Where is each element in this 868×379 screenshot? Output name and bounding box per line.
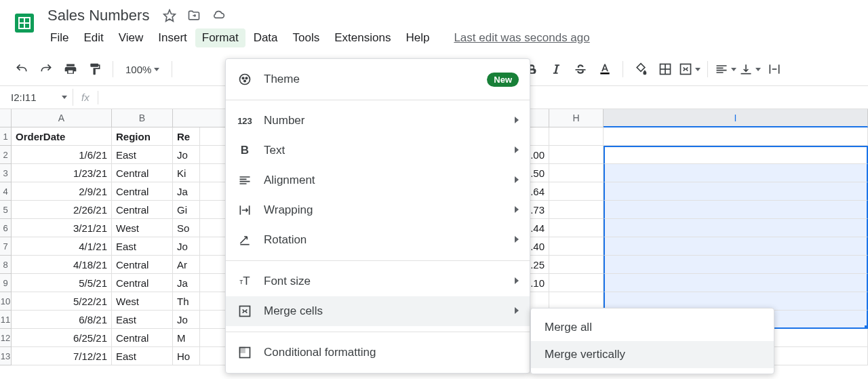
cell[interactable]: [604, 256, 868, 274]
selection-handle[interactable]: [865, 325, 868, 329]
menu-data[interactable]: Data: [247, 28, 285, 47]
cell[interactable]: Central: [112, 329, 173, 347]
cell[interactable]: 2/9/21: [12, 182, 112, 201]
cell[interactable]: 1/23/21: [12, 164, 112, 182]
menu-file[interactable]: File: [43, 28, 75, 47]
undo-icon[interactable]: [11, 58, 33, 80]
cell[interactable]: East: [112, 347, 173, 365]
cell[interactable]: Jo: [173, 237, 200, 256]
cell[interactable]: [549, 201, 604, 219]
row-header[interactable]: 7: [0, 237, 12, 256]
cell[interactable]: [604, 164, 868, 182]
name-box[interactable]: I2:I11: [5, 89, 73, 106]
cell[interactable]: [549, 219, 604, 237]
submenu-merge-vertically[interactable]: Merge vertically: [531, 341, 774, 368]
cell[interactable]: East: [112, 146, 173, 164]
row-header[interactable]: 13: [0, 347, 12, 365]
cell[interactable]: [549, 164, 604, 182]
cell[interactable]: 4/18/21: [12, 256, 112, 274]
row-header[interactable]: 9: [0, 274, 12, 292]
cloud-status-icon[interactable]: [210, 7, 226, 24]
cell[interactable]: Region: [112, 127, 173, 146]
cell[interactable]: Ja: [173, 274, 200, 292]
cell[interactable]: [549, 127, 604, 146]
row-header[interactable]: 12: [0, 329, 12, 347]
cell[interactable]: [549, 274, 604, 292]
cell[interactable]: Central: [112, 274, 173, 292]
menu-font-size[interactable]: тT Font size: [226, 266, 530, 296]
cell[interactable]: Central: [112, 256, 173, 274]
menu-text[interactable]: B Text: [226, 136, 530, 165]
cell[interactable]: Central: [112, 164, 173, 182]
cell[interactable]: [604, 201, 868, 219]
col-header[interactable]: B: [112, 109, 173, 127]
menu-number[interactable]: 123 Number: [226, 106, 530, 136]
col-header[interactable]: H: [549, 109, 604, 127]
row-header[interactable]: 2: [0, 146, 12, 164]
vertical-align-icon[interactable]: [739, 58, 761, 80]
cell[interactable]: [549, 256, 604, 274]
cell[interactable]: Ki: [173, 164, 200, 182]
col-header[interactable]: [173, 109, 200, 127]
menu-tools[interactable]: Tools: [286, 28, 327, 47]
cell[interactable]: East: [112, 311, 173, 329]
cell[interactable]: Jo: [173, 311, 200, 329]
menu-merge-cells[interactable]: Merge cells: [226, 296, 530, 326]
cell[interactable]: 5/22/21: [12, 292, 112, 311]
cell[interactable]: Re: [173, 127, 200, 146]
col-header[interactable]: I: [604, 109, 868, 127]
cell[interactable]: [604, 146, 868, 164]
cell[interactable]: [604, 219, 868, 237]
menu-edit[interactable]: Edit: [77, 28, 110, 47]
paint-format-icon[interactable]: [84, 58, 106, 80]
cell[interactable]: Jo: [173, 146, 200, 164]
cell[interactable]: M: [173, 329, 200, 347]
menu-theme[interactable]: Theme New: [226, 64, 530, 94]
cell[interactable]: Ar: [173, 256, 200, 274]
menu-help[interactable]: Help: [399, 28, 436, 47]
fill-color-icon[interactable]: [630, 58, 652, 80]
cell[interactable]: [549, 146, 604, 164]
row-header[interactable]: 3: [0, 164, 12, 182]
cell[interactable]: [549, 182, 604, 201]
cell[interactable]: East: [112, 237, 173, 256]
cell[interactable]: 6/8/21: [12, 311, 112, 329]
zoom-dropdown[interactable]: 100%: [120, 61, 165, 78]
cell[interactable]: 6/25/21: [12, 329, 112, 347]
col-header[interactable]: A: [12, 109, 112, 127]
text-wrap-icon[interactable]: [764, 58, 785, 80]
cell[interactable]: Ho: [173, 347, 200, 365]
cell[interactable]: 1/6/21: [12, 146, 112, 164]
row-header[interactable]: 1: [0, 127, 12, 146]
text-color-icon[interactable]: [594, 58, 616, 80]
cell[interactable]: [604, 127, 868, 146]
italic-icon[interactable]: [545, 58, 567, 80]
merge-cells-icon[interactable]: [679, 58, 701, 80]
cell[interactable]: 4/1/21: [12, 237, 112, 256]
cell[interactable]: West: [112, 219, 173, 237]
row-header[interactable]: 6: [0, 219, 12, 237]
select-all-corner[interactable]: [0, 109, 12, 127]
star-icon[interactable]: [161, 7, 178, 24]
row-header[interactable]: 4: [0, 182, 12, 201]
menu-format[interactable]: Format: [195, 28, 245, 47]
row-header[interactable]: 8: [0, 256, 12, 274]
menu-view[interactable]: View: [112, 28, 151, 47]
move-folder-icon[interactable]: [186, 7, 202, 24]
sheets-logo[interactable]: [11, 5, 38, 41]
cell[interactable]: So: [173, 219, 200, 237]
menu-conditional-formatting[interactable]: Conditional formatting: [226, 338, 530, 367]
redo-icon[interactable]: [35, 58, 57, 80]
cell[interactable]: OrderDate: [12, 127, 112, 146]
menu-alignment[interactable]: Alignment: [226, 165, 530, 195]
cell[interactable]: 5/5/21: [12, 274, 112, 292]
print-icon[interactable]: [60, 58, 81, 80]
cell[interactable]: Gi: [173, 201, 200, 219]
cell[interactable]: 7/12/21: [12, 347, 112, 365]
cell[interactable]: [604, 182, 868, 201]
cell[interactable]: [604, 274, 868, 292]
menu-rotation[interactable]: Rotation: [226, 225, 530, 255]
menu-insert[interactable]: Insert: [151, 28, 194, 47]
row-header[interactable]: 5: [0, 201, 12, 219]
document-title[interactable]: Sales Numbers: [43, 5, 153, 26]
